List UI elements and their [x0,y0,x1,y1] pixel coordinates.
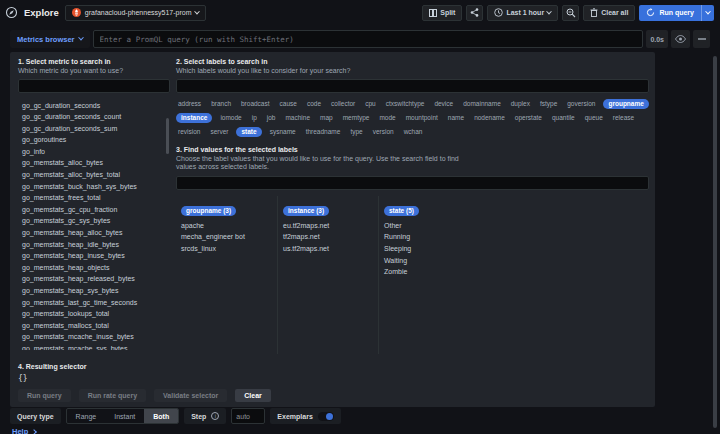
metric-list-item[interactable]: go_memstats_heap_sys_bytes [18,285,163,297]
label-chip[interactable]: instance [176,113,212,123]
label-chip[interactable]: release [611,113,636,123]
metric-list-item[interactable]: go_gc_duration_seconds_count [18,111,163,123]
value-list-item[interactable]: Other [384,220,474,232]
label-chip[interactable]: name [446,113,466,123]
query-type-option-range[interactable]: Range [67,409,106,423]
metric-search-input[interactable] [18,79,170,93]
metric-list-item[interactable]: go_info [18,146,163,158]
value-list-item[interactable]: Waiting [384,255,474,267]
label-chip[interactable]: duplex [509,99,532,109]
label-chip[interactable]: goversion [565,99,597,109]
label-chip[interactable]: code [305,99,323,109]
clear-button[interactable]: Clear [235,389,271,402]
metric-list-item[interactable]: go_memstats_heap_inuse_bytes [18,250,163,262]
clear-all-button[interactable]: Clear all [583,5,635,21]
collapse-query-button[interactable] [693,30,710,48]
info-circle-icon[interactable]: i [211,412,219,420]
label-chip[interactable]: device [432,99,455,109]
label-chip[interactable]: state [236,127,261,137]
label-chip[interactable]: broadcast [239,99,272,109]
page-scrollbar[interactable] [713,56,717,428]
label-chip[interactable]: type [348,127,364,137]
validate-selector-button[interactable]: Validate selector [154,389,227,402]
promql-query-input[interactable] [93,30,644,48]
label-chip[interactable]: cause [278,99,299,109]
value-column-header[interactable]: instance (3) [283,206,329,216]
split-button[interactable]: Split [422,5,462,21]
run-rate-query-button[interactable]: Run rate query [79,389,146,402]
metric-list-item[interactable]: go_memstats_heap_idle_bytes [18,239,163,251]
label-chip[interactable]: ctxswitchtype [384,99,427,109]
label-chip[interactable]: cpu [363,99,377,109]
help-link[interactable]: Help [12,427,36,434]
value-list-item[interactable]: Sleeping [384,243,474,255]
metric-list-item[interactable]: go_memstats_mcache_inuse_bytes [18,331,163,343]
label-chip[interactable]: domainname [461,99,503,109]
value-list-item[interactable]: apache [181,220,272,232]
zoom-out-button[interactable] [562,5,579,21]
hide-query-button[interactable] [671,30,690,48]
value-list-item[interactable]: mecha_engineer bot [181,231,272,243]
metric-list-item[interactable]: go_memstats_mallocs_total [18,320,163,332]
metric-list-item[interactable]: go_memstats_gc_sys_bytes [18,215,163,227]
label-chip[interactable]: address [176,99,203,109]
value-list-item[interactable]: tf2maps.net [283,231,373,243]
label-chip[interactable]: version [371,127,396,137]
label-chip[interactable]: machine [283,113,312,123]
metric-list-scrollbar[interactable] [166,118,169,154]
metric-list-item[interactable]: go_memstats_frees_total [18,192,163,204]
metric-list-item[interactable]: go_memstats_mcache_sys_bytes [18,343,163,350]
value-list-item[interactable]: us.tf2maps.net [283,243,373,255]
metric-list-item[interactable]: go_memstats_alloc_bytes_total [18,169,163,181]
label-chip[interactable]: mountpoint [404,113,440,123]
step-input[interactable] [231,408,265,424]
label-chip[interactable]: groupname [603,99,648,109]
value-list-item[interactable]: srcds_linux [181,243,272,255]
label-chip[interactable]: job [265,113,278,123]
run-query-button[interactable]: Run query [639,5,701,21]
label-chip[interactable]: queue [583,113,605,123]
label-chip[interactable]: iomode [218,113,243,123]
label-chip[interactable]: mode [377,113,397,123]
metric-list-item[interactable]: go_memstats_gc_cpu_fraction [18,204,163,216]
value-list-item[interactable]: Running [384,231,474,243]
value-search-input[interactable] [176,176,649,190]
drawer-run-query-button[interactable]: Run query [18,389,71,402]
value-column-header[interactable]: state (5) [384,206,419,216]
exemplars-toggle[interactable] [318,412,334,421]
metric-list-item[interactable]: go_memstats_heap_alloc_bytes [18,227,163,239]
metric-list-item[interactable]: go_gc_duration_seconds_sum [18,123,163,135]
label-chip[interactable]: nodename [472,113,507,123]
metric-list-item[interactable]: go_memstats_buck_hash_sys_bytes [18,181,163,193]
metric-list-item[interactable]: go_goroutines [18,134,163,146]
label-chip[interactable]: sysname [268,127,298,137]
metrics-browser-toggle[interactable]: Metrics browser [10,30,90,48]
metric-list-item[interactable]: go_gc_duration_seconds [18,100,163,112]
label-chip[interactable]: fstype [538,99,559,109]
run-query-caret-button[interactable] [701,5,714,21]
query-type-option-both[interactable]: Both [144,409,178,423]
datasource-picker[interactable]: grafanacloud-phennessy517-prom [65,5,207,21]
label-chip[interactable]: threadname [304,127,343,137]
label-chip[interactable]: map [318,113,335,123]
label-chip[interactable]: operstate [513,113,544,123]
metric-list-item[interactable]: go_memstats_alloc_bytes [18,157,163,169]
label-chip[interactable]: branch [209,99,233,109]
label-chip[interactable]: collector [329,99,357,109]
label-chip[interactable]: wchan [402,127,425,137]
share-button[interactable] [466,5,483,21]
metric-list-item[interactable]: go_memstats_last_gc_time_seconds [18,297,163,309]
value-column-header[interactable]: groupname (3) [181,206,236,216]
run-query-split-button[interactable]: Run query [639,5,714,21]
label-chip[interactable]: memtype [341,113,372,123]
metric-list-item[interactable]: go_memstats_heap_objects [18,262,163,274]
value-list-item[interactable]: Zombie [384,266,474,278]
label-chip[interactable]: quantile [550,113,577,123]
label-chip[interactable]: revision [176,127,202,137]
time-range-picker[interactable]: Last 1 hour [487,5,558,21]
value-list-item[interactable]: eu.tf2maps.net [283,220,373,232]
label-search-input[interactable] [176,79,649,93]
metric-list-item[interactable]: go_memstats_heap_released_bytes [18,273,163,285]
label-chip[interactable]: ip [250,113,259,123]
query-type-option-instant[interactable]: Instant [105,409,144,423]
